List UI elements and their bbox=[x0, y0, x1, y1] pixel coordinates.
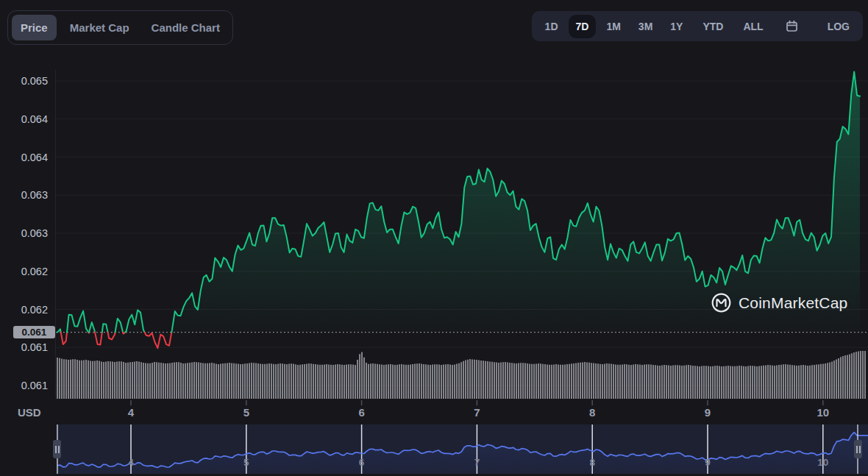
tab-market-cap[interactable]: Market Cap bbox=[61, 15, 138, 40]
volume-bars bbox=[57, 351, 865, 399]
y-axis-label: 0.061 bbox=[0, 341, 48, 353]
y-axis-label: 0.065 bbox=[0, 75, 48, 87]
tab-candle-chart[interactable]: Candle Chart bbox=[143, 15, 229, 40]
coinmarketcap-watermark: CoinMarketCap bbox=[711, 292, 848, 313]
range-ytd-button[interactable]: YTD bbox=[695, 15, 730, 38]
range-1y-button[interactable]: 1Y bbox=[663, 15, 690, 38]
date-range-selector: 1D7D1M3M1YYTDALLLOG bbox=[532, 11, 863, 41]
y-axis-label: 0.061 bbox=[0, 380, 48, 391]
y-axis-label: 0.064 bbox=[0, 152, 48, 163]
navigator-right-handle[interactable] bbox=[854, 440, 862, 458]
y-axis-label: 0.062 bbox=[0, 266, 48, 277]
y-axis-label: 0.063 bbox=[0, 189, 48, 201]
x-axis-label: 4 bbox=[128, 406, 134, 419]
price-chart-panel: PriceMarket CapCandle Chart 1D7D1M3M1YYT… bbox=[0, 0, 868, 476]
axis-unit-label: USD bbox=[18, 406, 41, 419]
tab-price[interactable]: Price bbox=[12, 15, 57, 40]
x-axis-label: 8 bbox=[589, 406, 595, 419]
navigator-axis-label: 10 bbox=[817, 457, 828, 468]
y-axis-label: 0.064 bbox=[0, 113, 48, 125]
price-chart[interactable] bbox=[0, 0, 868, 476]
navigator-axis-label: 4 bbox=[128, 457, 134, 468]
y-axis-label: 0.063 bbox=[0, 227, 48, 239]
x-axis-label: 9 bbox=[705, 406, 711, 419]
range-1m-button[interactable]: 1M bbox=[599, 15, 627, 38]
navigator-axis-label: 9 bbox=[705, 457, 711, 468]
x-axis-label: 5 bbox=[243, 406, 249, 419]
range-log-button[interactable]: LOG bbox=[820, 15, 857, 38]
coinmarketcap-logo-icon bbox=[711, 292, 732, 313]
navigator-axis-label: 8 bbox=[589, 457, 595, 468]
range-all-button[interactable]: ALL bbox=[736, 15, 770, 38]
calendar-icon bbox=[786, 20, 798, 32]
x-axis-label: 7 bbox=[474, 406, 480, 419]
range-1d-button[interactable]: 1D bbox=[538, 15, 566, 38]
calendar-button[interactable] bbox=[778, 14, 805, 38]
navigator-left-handle[interactable] bbox=[53, 440, 61, 458]
current-price-value: 0.061 bbox=[22, 327, 47, 338]
y-axis-label: 0.062 bbox=[0, 304, 48, 316]
chart-type-tabs: PriceMarket CapCandle Chart bbox=[7, 10, 233, 45]
range-7d-button[interactable]: 7D bbox=[569, 15, 597, 38]
navigator-axis-label: 6 bbox=[359, 457, 365, 468]
current-price-label: 0.061 bbox=[13, 326, 55, 338]
watermark-text: CoinMarketCap bbox=[739, 294, 848, 312]
x-axis-label: 6 bbox=[358, 406, 364, 419]
x-axis-label: 10 bbox=[817, 406, 829, 419]
range-3m-button[interactable]: 3M bbox=[631, 15, 660, 38]
navigator-axis-label: 5 bbox=[243, 457, 249, 468]
navigator-axis-label: 7 bbox=[474, 457, 480, 468]
